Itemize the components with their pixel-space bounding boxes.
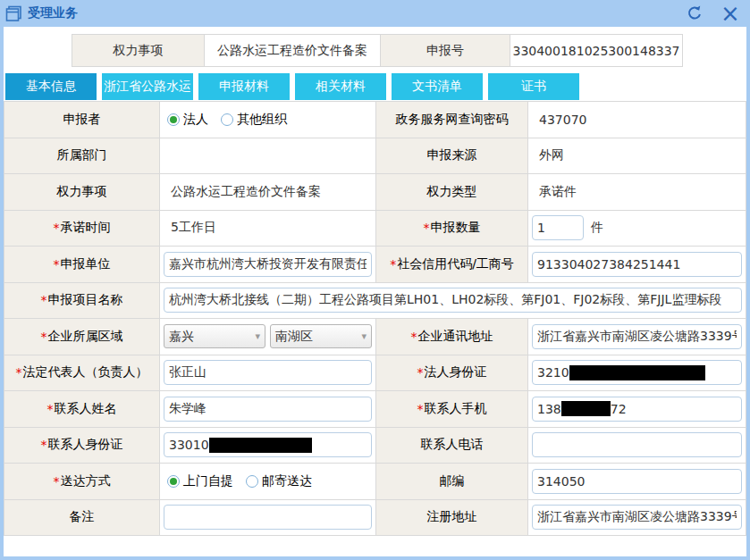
tab-zhejiang-highway[interactable]: 浙江省公路水运 [102,73,193,100]
value-delivery: 上门自提 邮寄送达 [160,464,376,500]
legal-person-input[interactable] [164,360,372,385]
register-address-input[interactable] [532,505,742,530]
window-title: 受理业务 [28,5,78,21]
label-legal-person: *法定代表人（负责人） [4,355,160,392]
tab-bar: 基本信息 浙江省公路水运 申报材料 相关材料 文书清单 证书 [5,73,746,100]
label-postcode: 邮编 [376,464,528,500]
value-contact-name [160,391,376,428]
value-contact-mobile: 138 72 [528,391,746,428]
label-delivery: *送达方式 [4,464,160,500]
label-contact-mobile: *联系人手机 [376,391,528,428]
label-department: 所属部门 [4,138,160,175]
radio-other-org[interactable] [221,113,233,126]
value-department [160,138,376,175]
redaction-box [569,365,705,380]
value-credit-code [528,247,746,283]
tab-document-list[interactable]: 文书清单 [392,73,483,100]
header-declare-no-value: 330400181025300148337 [510,35,682,66]
tab-certificate[interactable]: 证书 [488,73,579,100]
value-source: 外网 [528,138,746,175]
label-source: 申报来源 [376,138,528,175]
declare-count-unit: 件 [591,220,603,236]
region-district-select[interactable]: 南湖区 ▾ [270,324,372,348]
label-power-type: 权力类型 [376,174,528,211]
main-panel: 权力事项 公路水运工程造价文件备案 申报号 330400181025300148… [4,27,746,556]
project-name-input[interactable] [164,288,742,313]
company-address-input[interactable] [532,324,742,349]
tab-declare-materials[interactable]: 申报材料 [198,73,290,100]
credit-code-input[interactable] [532,252,742,277]
value-contact-id: 33010 [160,428,376,464]
label-contact-name: *联系人姓名 [4,391,160,428]
radio-legal-person-label: 法人 [183,112,208,128]
label-legal-id: *法人身份证 [376,355,528,392]
window-form-icon [5,5,22,22]
label-register-address: 注册地址 [376,500,528,537]
value-remark [160,500,376,537]
value-applicant: 法人 其他组织 [160,102,376,138]
label-power-item: 权力事项 [4,174,160,211]
radio-self-pickup-label: 上门自提 [183,473,233,489]
radio-mail-delivery[interactable] [246,475,258,488]
label-project-name: *申报项目名称 [4,283,160,320]
value-region: 嘉兴 ▾ 南湖区 ▾ [160,319,376,355]
region-city-select[interactable]: 嘉兴 ▾ [164,324,265,348]
value-promise-time: 5工作日 [160,211,376,247]
contact-mobile-input[interactable]: 138 72 [532,397,742,422]
header-power-value: 公路水运工程造价文件备案 [205,35,381,66]
tab-basic-info[interactable]: 基本信息 [5,73,97,100]
remark-input[interactable] [164,505,372,530]
value-contact-phone [528,428,746,464]
declare-count-input[interactable] [532,215,584,240]
radio-self-pickup[interactable] [167,475,180,488]
value-postcode [528,464,746,500]
value-power-type: 承诺件 [528,174,746,211]
postcode-input[interactable] [532,469,742,494]
value-company-address [528,319,746,355]
chevron-down-icon: ▾ [361,330,367,342]
chevron-down-icon: ▾ [255,330,260,342]
label-credit-code: *社会信用代码/工商号 [376,247,528,283]
close-icon[interactable]: × [720,3,741,24]
label-company-address: *企业通讯地址 [376,319,528,355]
refresh-icon[interactable] [684,3,705,24]
tab-related-materials[interactable]: 相关材料 [295,73,386,100]
legal-id-input[interactable]: 3210 [532,360,742,385]
radio-other-org-label: 其他组织 [237,112,287,128]
label-contact-phone: 联系人电话 [376,428,528,464]
basic-info-form: 申报者 法人 其他组织 政务服务网查询密码 437070 所属部门 申报来源 外… [4,101,746,536]
header-power-label: 权力事项 [72,35,205,66]
redaction-box [561,401,611,416]
value-legal-person [160,355,376,392]
header-strip: 权力事项 公路水运工程造价文件备案 申报号 330400181025300148… [72,34,683,67]
contact-id-input[interactable]: 33010 [164,432,372,457]
label-applicant: 申报者 [4,102,160,138]
radio-mail-delivery-label: 邮寄送达 [262,473,312,489]
contact-name-input[interactable] [164,397,372,422]
value-register-address [528,500,746,537]
value-legal-id: 3210 [528,355,746,392]
value-project-name [160,283,746,320]
value-password: 437070 [528,102,746,138]
header-declare-no-label: 申报号 [381,35,510,66]
label-remark: 备注 [4,500,160,537]
redaction-box [209,438,312,453]
label-declare-unit: *申报单位 [4,247,160,283]
contact-phone-input[interactable] [532,432,742,457]
label-contact-id: *联系人身份证 [4,428,160,464]
label-region: *企业所属区域 [4,319,160,355]
radio-legal-person[interactable] [167,113,180,126]
value-power-item: 公路水运工程造价文件备案 [160,174,376,211]
value-declare-unit [160,247,376,283]
label-promise-time: *承诺时间 [4,211,160,247]
title-bar: 受理业务 × [0,0,750,27]
value-declare-count: 件 [528,211,746,247]
declare-unit-input[interactable] [164,252,372,277]
label-password: 政务服务网查询密码 [376,102,528,138]
label-declare-count: *申报数量 [376,211,528,247]
